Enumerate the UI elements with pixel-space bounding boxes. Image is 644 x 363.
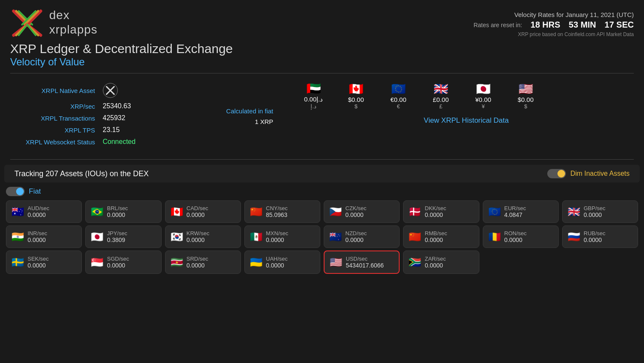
asset-flag-icon: 🇪🇺 <box>488 206 501 218</box>
stat-row-xrp-sec: XRP/sec 25340.63 <box>10 102 171 110</box>
asset-card-1-6[interactable]: 🇷🇴 RON/sec 0.0000 <box>483 225 559 248</box>
asset-card-2-0[interactable]: 🇸🇪 SEK/sec 0.0000 <box>6 250 82 274</box>
currency-sym-jpy: ¥ <box>482 103 484 110</box>
stats-currencies: 🇦🇪 د.إ0.00 د.إ 🇨🇦 $0.00 $ 🇪🇺 €0.00 € 🇬🇧 … <box>290 83 634 150</box>
asset-info: JPY/sec 0.3809 <box>107 230 127 243</box>
asset-card-2-1[interactable]: 🇸🇬 SGD/sec 0.0000 <box>85 250 161 274</box>
asset-card-1-5[interactable]: 🇨🇳 RMB/sec 0.0000 <box>403 225 479 248</box>
xrp-sec-value: 25340.63 <box>103 102 131 110</box>
asset-flag-icon: 🇷🇴 <box>488 231 501 243</box>
asset-value: 0.0000 <box>266 236 288 243</box>
currency-item-cad: 🇨🇦 $0.00 $ <box>341 83 371 110</box>
asset-flag-icon: 🇺🇸 <box>330 256 342 268</box>
asset-name: JPY/sec <box>107 230 127 236</box>
logo-line1: dex <box>49 8 98 23</box>
asset-card-1-0[interactable]: 🇮🇳 INR/sec 0.0000 <box>6 225 82 248</box>
asset-card-1-7[interactable]: 🇷🇺 RUB/sec 0.0000 <box>562 225 638 248</box>
currency-sym-cad: $ <box>354 103 357 110</box>
fiat-toggle-switch[interactable] <box>6 187 25 196</box>
asset-info: GBP/sec 0.0000 <box>584 205 605 218</box>
asset-value: 85.0963 <box>266 211 288 218</box>
stats-center: Calculated in fiat 1 XRP <box>188 83 273 150</box>
asset-value: 0.0000 <box>28 262 49 269</box>
currency-val-aed: د.إ0.00 <box>304 96 323 103</box>
asset-grid-row-1: 🇮🇳 INR/sec 0.0000 🇯🇵 JPY/sec 0.3809 🇰🇷 K… <box>0 225 644 250</box>
dim-toggle-switch[interactable] <box>547 169 566 178</box>
page-title: XRP Ledger & Decentralized Exchange <box>10 42 634 56</box>
currency-flags-row: 🇦🇪 د.إ0.00 د.إ 🇨🇦 $0.00 $ 🇪🇺 €0.00 € 🇬🇧 … <box>290 83 634 110</box>
asset-flag-icon: 🇨🇦 <box>171 206 183 218</box>
transactions-value: 425932 <box>103 114 125 122</box>
flag-gbp: 🇬🇧 <box>434 83 448 95</box>
asset-flag-icon: 🇯🇵 <box>91 231 104 243</box>
asset-card-0-7[interactable]: 🇬🇧 GBP/sec 0.0000 <box>562 200 638 223</box>
asset-card-1-3[interactable]: 🇲🇽 MXN/sec 0.0000 <box>244 225 320 248</box>
xrp-sec-label: XRP/sec <box>10 103 95 110</box>
asset-name: CNY/sec <box>266 205 288 211</box>
asset-value: 0.0000 <box>584 211 605 218</box>
asset-name: BRL/sec <box>107 205 128 211</box>
asset-card-2-2[interactable]: 🇸🇷 SRD/sec 0.0000 <box>165 250 241 274</box>
asset-card-2-4[interactable]: 🇺🇸 USD/sec 5434017.6066 <box>324 250 400 274</box>
rates-reset-label: Rates are reset in: <box>473 22 522 28</box>
asset-name: EUR/sec <box>504 205 526 211</box>
asset-name: GBP/sec <box>584 205 605 211</box>
asset-info: NZD/sec 0.0000 <box>345 230 367 243</box>
asset-card-2-5[interactable]: 🇿🇦 ZAR/sec 0.0000 <box>403 250 479 274</box>
currency-val-usd: $0.00 <box>518 96 534 103</box>
stat-row-transactions: XRPL Transactions 425932 <box>10 114 171 122</box>
currency-sym-aed: د.إ <box>311 103 316 110</box>
asset-card-0-6[interactable]: 🇪🇺 EUR/sec 4.0847 <box>483 200 559 223</box>
asset-card-2-3[interactable]: 🇺🇦 UAH/sec 0.0000 <box>244 250 320 274</box>
asset-info: CZK/sec 0.0000 <box>345 205 367 218</box>
calculated-label: Calculated in fiat <box>188 107 273 115</box>
xrp-logo-icon <box>103 83 118 98</box>
asset-card-0-1[interactable]: 🇧🇷 BRL/sec 0.0000 <box>85 200 161 223</box>
asset-info: SGD/sec 0.0000 <box>107 256 129 269</box>
asset-flag-icon: 🇿🇦 <box>409 256 421 268</box>
api-note: XRP price based on Coinfield.com API Mar… <box>473 31 634 37</box>
flag-jpy: 🇯🇵 <box>476 83 491 95</box>
asset-info: UAH/sec 0.0000 <box>266 256 288 269</box>
asset-info: SRD/sec 0.0000 <box>187 256 208 269</box>
asset-value: 0.0000 <box>187 236 210 243</box>
asset-name: RON/sec <box>504 230 527 236</box>
asset-card-0-4[interactable]: 🇨🇿 CZK/sec 0.0000 <box>324 200 400 223</box>
logo-icon <box>10 8 44 37</box>
asset-name: MXN/sec <box>266 230 288 236</box>
asset-value: 0.0000 <box>345 211 367 218</box>
svg-line-15 <box>106 90 110 94</box>
asset-value: 0.0000 <box>187 211 208 218</box>
native-asset-label: XRPL Native Asset <box>10 87 95 94</box>
svg-line-13 <box>106 87 110 90</box>
min-value: 53 MIN <box>569 20 596 30</box>
asset-flag-icon: 🇬🇧 <box>568 206 580 218</box>
rates-title: Velocity Rates for January 11, 2021 (UTC… <box>473 11 634 18</box>
asset-card-1-1[interactable]: 🇯🇵 JPY/sec 0.3809 <box>85 225 161 248</box>
asset-card-1-4[interactable]: 🇳🇿 NZD/sec 0.0000 <box>324 225 400 248</box>
asset-card-0-0[interactable]: 🇦🇺 AUD/sec 0.0000 <box>6 200 82 223</box>
dim-toggle-knob <box>557 170 565 177</box>
websocket-label: XRPL Websocket Status <box>10 138 95 146</box>
view-historical-link[interactable]: View XRPL Historical Data <box>290 116 634 125</box>
asset-flag-icon: 🇦🇺 <box>11 206 24 218</box>
asset-flag-icon: 🇺🇦 <box>250 256 263 268</box>
asset-flag-icon: 🇨🇳 <box>250 206 263 218</box>
asset-card-0-5[interactable]: 🇩🇰 DKK/sec 0.0000 <box>403 200 479 223</box>
asset-name: NZD/sec <box>345 230 367 236</box>
asset-grid-row-0: 🇦🇺 AUD/sec 0.0000 🇧🇷 BRL/sec 0.0000 🇨🇦 C… <box>0 200 644 225</box>
header-right: Velocity Rates for January 11, 2021 (UTC… <box>473 8 634 37</box>
stat-row-websocket: XRPL Websocket Status Connected <box>10 138 171 146</box>
asset-card-0-3[interactable]: 🇨🇳 CNY/sec 85.0963 <box>244 200 320 223</box>
flag-eur: 🇪🇺 <box>391 83 406 95</box>
asset-name: RUB/sec <box>584 230 605 236</box>
currency-val-jpy: ¥0.00 <box>475 96 491 103</box>
asset-name: SRD/sec <box>187 256 208 262</box>
websocket-value: Connected <box>103 138 135 146</box>
asset-value: 0.0000 <box>107 262 129 269</box>
asset-card-1-2[interactable]: 🇰🇷 KRW/sec 0.0000 <box>165 225 241 248</box>
asset-card-0-2[interactable]: 🇨🇦 CAD/sec 0.0000 <box>165 200 241 223</box>
asset-value: 0.0000 <box>28 236 47 243</box>
asset-value: 0.0000 <box>425 236 447 243</box>
asset-info: SEK/sec 0.0000 <box>28 256 49 269</box>
